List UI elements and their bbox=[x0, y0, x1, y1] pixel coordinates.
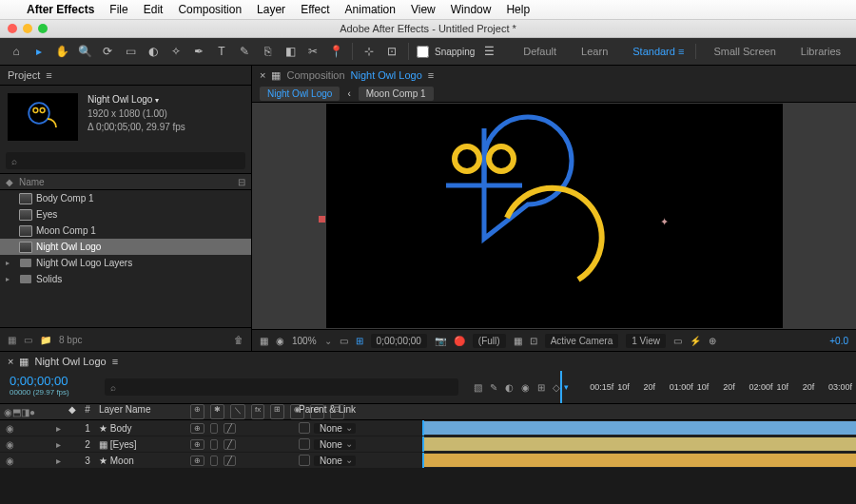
timeline-layer-row[interactable]: ◉▸ 2 ▦ [Eyes] ⊕ ╱ None bbox=[0, 436, 856, 453]
grid-icon[interactable]: ⊞ bbox=[356, 336, 363, 346]
snap-opts-icon[interactable]: ☰ bbox=[480, 43, 497, 60]
graph-icon[interactable]: ⊞ bbox=[537, 382, 545, 393]
pen-tool-icon[interactable]: ✒ bbox=[190, 43, 207, 60]
tab-close-icon[interactable]: × bbox=[8, 356, 13, 367]
list-item[interactable]: Moon Comp 1 bbox=[0, 223, 251, 239]
app-menu[interactable]: After Effects bbox=[27, 3, 94, 16]
zoom-dropdown[interactable]: 100% bbox=[292, 336, 317, 346]
pickwhip-icon[interactable] bbox=[299, 438, 310, 450]
snapping-checkbox[interactable] bbox=[417, 46, 429, 58]
motion-blur-icon[interactable]: ◉ bbox=[521, 382, 530, 393]
parent-dropdown[interactable]: None bbox=[314, 439, 356, 450]
list-item[interactable]: ▸Solids bbox=[0, 271, 251, 287]
project-search-input[interactable]: ⌕ bbox=[6, 152, 245, 169]
quality-dropdown[interactable]: (Full) bbox=[473, 334, 506, 348]
visibility-icon[interactable]: ◉ bbox=[4, 456, 15, 466]
pin-tool-icon[interactable]: ✧ bbox=[167, 43, 185, 60]
hand-tool-icon[interactable]: ✋ bbox=[53, 43, 70, 60]
menu-window[interactable]: Window bbox=[451, 3, 492, 16]
exposure-value[interactable]: +0.0 bbox=[829, 336, 848, 346]
selection-tool-icon[interactable]: ▸ bbox=[30, 43, 48, 60]
shy-icon[interactable]: ✎ bbox=[490, 382, 497, 393]
channels-icon[interactable]: 🔴 bbox=[454, 336, 465, 346]
timeline-tab-name[interactable]: Night Owl Logo bbox=[34, 356, 106, 367]
resolution-icon[interactable]: ▭ bbox=[340, 336, 348, 346]
visibility-icon[interactable]: ◉ bbox=[4, 439, 15, 450]
list-item[interactable]: Eyes bbox=[0, 206, 251, 223]
marker-icon[interactable]: ◇ bbox=[553, 382, 560, 393]
3d-view-icon[interactable]: ⊡ bbox=[530, 336, 537, 346]
pickwhip-icon[interactable] bbox=[299, 422, 310, 434]
asset-name[interactable]: Night Owl Logo bbox=[88, 93, 185, 107]
layer-name[interactable]: ▦ [Eyes] bbox=[95, 439, 190, 450]
composition-stage[interactable]: ✦ bbox=[326, 104, 783, 328]
menu-file[interactable]: File bbox=[109, 3, 127, 16]
snapshot-icon[interactable]: 📷 bbox=[435, 336, 446, 346]
layer-duration-bar[interactable] bbox=[424, 454, 856, 467]
timeline-layer-row[interactable]: ◉▸ 3 ★ Moon ⊕ ╱ None bbox=[0, 453, 856, 469]
list-item[interactable]: Body Comp 1 bbox=[0, 190, 251, 206]
magnify-icon[interactable]: ▦ bbox=[260, 336, 268, 346]
menu-help[interactable]: Help bbox=[506, 3, 530, 16]
workspace-learn[interactable]: Learn bbox=[574, 44, 615, 59]
tag-column-icon[interactable]: ◆ bbox=[6, 177, 19, 187]
roto-tool-icon[interactable]: ◐ bbox=[145, 43, 162, 60]
list-item[interactable]: Night Owl Logo bbox=[0, 239, 251, 255]
camera-dropdown[interactable]: Active Camera bbox=[545, 334, 619, 348]
axis-icon[interactable]: ⊹ bbox=[360, 43, 378, 60]
orbit-tool-icon[interactable]: ⟳ bbox=[99, 43, 116, 60]
pixel-aspect-icon[interactable]: ▭ bbox=[673, 336, 682, 346]
panel-menu-icon[interactable]: ≡ bbox=[46, 69, 51, 81]
eraser-tool-icon[interactable]: ◧ bbox=[282, 43, 299, 60]
workspace-libraries[interactable]: Libraries bbox=[793, 44, 848, 59]
anchor-point-icon[interactable]: ✦ bbox=[660, 216, 669, 228]
layer-view-icon[interactable]: ▦ bbox=[271, 69, 281, 82]
stamp-tool-icon[interactable]: ⎘ bbox=[259, 43, 276, 60]
home-icon[interactable]: ⌂ bbox=[8, 43, 25, 60]
parent-column-header[interactable]: Parent & Link bbox=[295, 404, 422, 419]
new-folder-icon[interactable]: 📁 bbox=[40, 335, 51, 345]
visibility-icon[interactable]: ◉ bbox=[4, 423, 15, 434]
bpc-label[interactable]: 8 bpc bbox=[59, 335, 82, 345]
viewer-canvas[interactable]: ✦ bbox=[252, 103, 856, 329]
rect-tool-icon[interactable]: ▭ bbox=[122, 43, 139, 60]
timeline-search-input[interactable]: ⌕ bbox=[105, 378, 458, 396]
comp-mini-icon[interactable]: ▧ bbox=[474, 382, 482, 393]
interpret-icon[interactable]: ▦ bbox=[8, 335, 16, 345]
parent-dropdown[interactable]: None bbox=[314, 456, 356, 466]
layer-name[interactable]: ★ Body bbox=[95, 423, 190, 434]
anchor-icon[interactable]: ⊡ bbox=[383, 43, 400, 60]
fast-preview-icon[interactable]: ⚡ bbox=[690, 336, 701, 346]
time-ruler[interactable]: ▾ 00:15f10f20f01:00f10f20f02:00f10f20f03… bbox=[560, 371, 856, 403]
workspace-standard[interactable]: Standard ≡ bbox=[625, 44, 696, 59]
viewer-timecode[interactable]: 0;00;00;00 bbox=[371, 334, 427, 348]
breadcrumb[interactable]: Moon Comp 1 bbox=[359, 87, 434, 101]
panel-menu-icon[interactable]: ≡ bbox=[112, 356, 118, 367]
transparency-icon[interactable]: ▦ bbox=[514, 336, 522, 346]
layer-duration-bar[interactable] bbox=[424, 437, 856, 451]
workspace-small[interactable]: Small Screen bbox=[706, 44, 783, 59]
roto2-tool-icon[interactable]: ✂ bbox=[304, 43, 321, 60]
menu-layer[interactable]: Layer bbox=[257, 3, 285, 16]
puppet-tool-icon[interactable]: 📍 bbox=[327, 43, 344, 60]
parent-dropdown[interactable]: None bbox=[314, 423, 356, 434]
asset-thumbnail[interactable] bbox=[8, 93, 78, 141]
panel-menu-icon[interactable]: ≡ bbox=[428, 69, 434, 81]
zoom-tool-icon[interactable]: 🔍 bbox=[76, 43, 93, 60]
flowchart-icon[interactable]: ⊟ bbox=[238, 177, 245, 187]
region-marker-icon[interactable] bbox=[319, 216, 325, 223]
viewer-close-icon[interactable]: × bbox=[260, 69, 265, 81]
name-column-header[interactable]: Name bbox=[19, 177, 45, 187]
views-dropdown[interactable]: 1 View bbox=[626, 334, 666, 348]
trash-icon[interactable]: 🗑 bbox=[234, 335, 243, 345]
menu-composition[interactable]: Composition bbox=[178, 3, 242, 16]
breadcrumb[interactable]: Night Owl Logo bbox=[260, 87, 340, 101]
pickwhip-icon[interactable] bbox=[299, 455, 310, 466]
menu-animation[interactable]: Animation bbox=[345, 3, 396, 16]
type-tool-icon[interactable]: T bbox=[213, 43, 230, 60]
workspace-default[interactable]: Default bbox=[516, 44, 564, 59]
brush-tool-icon[interactable]: ✎ bbox=[236, 43, 253, 60]
mask-icon[interactable]: ◉ bbox=[276, 336, 284, 346]
frame-blend-icon[interactable]: ◐ bbox=[505, 382, 514, 393]
toggle-icon[interactable]: ⊕ bbox=[709, 336, 716, 346]
